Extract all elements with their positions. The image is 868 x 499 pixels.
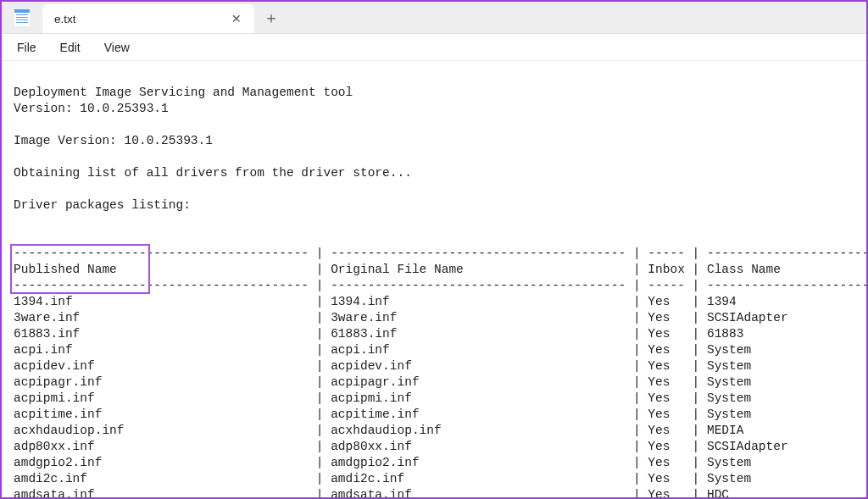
- text-content[interactable]: Deployment Image Servicing and Managemen…: [2, 61, 866, 497]
- app-window: e.txt ✕ ＋ File Edit View Deployment Imag…: [0, 0, 868, 499]
- highlight-published-name: [10, 244, 150, 294]
- plus-icon: ＋: [264, 8, 279, 28]
- menu-view[interactable]: View: [104, 41, 130, 54]
- notepad-icon: [14, 9, 30, 26]
- tab-e-txt[interactable]: e.txt ✕: [42, 4, 254, 33]
- titlebar: e.txt ✕ ＋: [2, 2, 866, 34]
- new-tab-button[interactable]: ＋: [254, 2, 288, 33]
- menubar: File Edit View: [2, 34, 866, 61]
- tab-title: e.txt: [54, 13, 217, 25]
- app-icon-wrap: [2, 2, 42, 33]
- close-icon[interactable]: ✕: [225, 8, 248, 30]
- menu-file[interactable]: File: [17, 41, 36, 54]
- menu-edit[interactable]: Edit: [60, 41, 81, 54]
